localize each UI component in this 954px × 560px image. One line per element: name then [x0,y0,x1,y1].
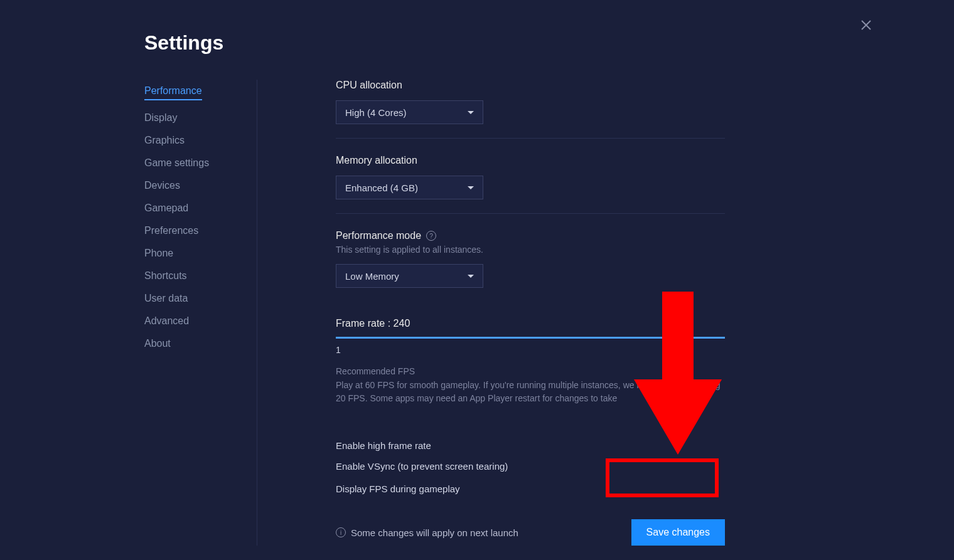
performance-mode-label: Performance mode ? [336,230,725,241]
memory-allocation-value: Enhanced (4 GB) [345,182,418,193]
frame-rate-slider[interactable] [336,337,725,339]
recommended-fps-text: Play at 60 FPS for smooth gameplay. If y… [336,379,725,405]
help-icon[interactable]: ? [426,231,436,241]
display-fps-label: Display FPS during gameplay [336,483,460,494]
performance-mode-dropdown[interactable]: Low Memory [336,264,483,288]
cpu-allocation-value: High (4 Cores) [345,107,407,118]
sidebar-item-about[interactable]: About [144,332,238,355]
chevron-down-icon [468,275,474,278]
frame-rate-min: 1 [336,345,725,355]
vsync-label: Enable VSync (to prevent screen tearing) [336,461,508,472]
save-changes-button[interactable]: Save changes [631,519,725,546]
sidebar-item-graphics[interactable]: Graphics [144,129,238,152]
info-icon: i [336,527,346,537]
sidebar-item-user-data[interactable]: User data [144,287,238,310]
sidebar-item-preferences[interactable]: Preferences [144,219,238,242]
performance-mode-hint: This setting is applied to all instances… [336,245,725,255]
recommended-fps-title: Recommended FPS [336,366,725,376]
sidebar-item-shortcuts[interactable]: Shortcuts [144,265,238,287]
cpu-allocation-dropdown[interactable]: High (4 Cores) [336,100,483,124]
sidebar-item-performance[interactable]: Performance [144,80,202,100]
main-panel: CPU allocation High (4 Cores) Memory all… [336,80,725,546]
high-frame-rate-label: Enable high frame rate [336,440,431,451]
close-button[interactable] [860,19,872,31]
memory-allocation-label: Memory allocation [336,155,725,166]
page-title: Settings [144,31,954,55]
footer-note: i Some changes will apply on next launch [336,527,518,538]
sidebar-item-gamepad[interactable]: Gamepad [144,197,238,219]
performance-mode-value: Low Memory [345,271,399,282]
chevron-down-icon [468,186,474,189]
cpu-allocation-label: CPU allocation [336,80,725,91]
sidebar-item-display[interactable]: Display [144,107,238,129]
sidebar-item-game-settings[interactable]: Game settings [144,152,238,174]
memory-allocation-dropdown[interactable]: Enhanced (4 GB) [336,176,483,199]
sidebar-item-devices[interactable]: Devices [144,174,238,197]
frame-rate-label: Frame rate : 240 [336,318,725,329]
chevron-down-icon [468,111,474,114]
sidebar-item-phone[interactable]: Phone [144,242,238,265]
sidebar: Performance Display Graphics Game settin… [144,80,257,546]
sidebar-item-advanced[interactable]: Advanced [144,310,238,332]
